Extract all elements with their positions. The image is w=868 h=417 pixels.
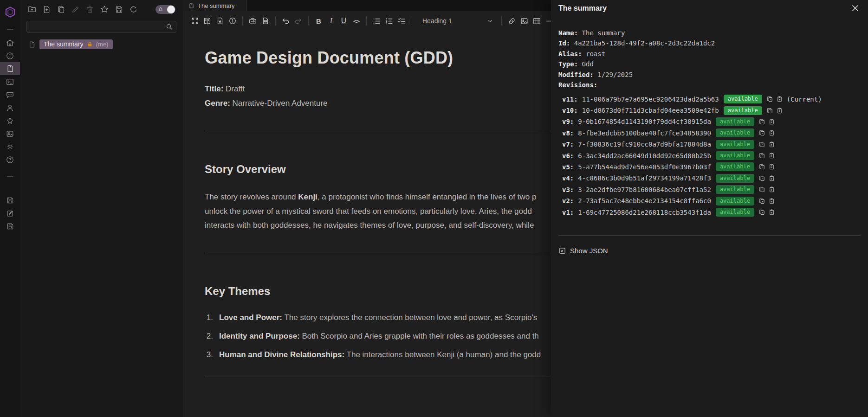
toolbar-separator [366, 16, 367, 26]
insert-table-button[interactable] [531, 15, 543, 27]
copy-hash-button[interactable] [766, 107, 773, 114]
tab-label: The summary [198, 2, 234, 9]
link-button[interactable] [505, 15, 518, 27]
sidebar-item-images[interactable] [0, 127, 20, 140]
revision-hash: 8-fbe3edcbb5100bae40fc7fce34858390 [578, 129, 711, 137]
tree-item-pill: The summary (me) [39, 39, 113, 49]
export-doc-button[interactable] [259, 15, 272, 27]
fullscreen-icon [191, 17, 199, 25]
status-badge: available [716, 197, 754, 205]
save-note-button[interactable] [115, 5, 123, 14]
restore-revision-button[interactable] [768, 152, 775, 159]
sidebar-item-save[interactable] [0, 194, 20, 207]
copy-hash-button[interactable] [758, 198, 765, 205]
copy-hash-button[interactable] [758, 175, 765, 182]
sidebar-item-notes[interactable] [0, 62, 20, 75]
restore-revision-button[interactable] [768, 129, 775, 136]
bold-button[interactable]: B [312, 15, 325, 27]
numbered-list-button[interactable] [383, 15, 395, 27]
italic-button[interactable]: I [325, 15, 337, 27]
panel-divider [558, 235, 861, 236]
code-button[interactable]: <> [350, 15, 363, 27]
search-icon[interactable] [166, 23, 173, 30]
meta-value: Narrative-Driven Adventure [230, 99, 328, 108]
check-list-button[interactable] [395, 15, 408, 27]
duplicate-button[interactable] [57, 5, 65, 14]
note-icon [188, 3, 194, 9]
sidebar-item-info[interactable] [0, 49, 20, 62]
copy-hash-button[interactable] [758, 186, 765, 193]
favorite-button[interactable] [100, 5, 109, 14]
undo-button[interactable] [279, 15, 292, 27]
note-info-button[interactable] [226, 15, 239, 27]
restore-revision-button[interactable] [768, 163, 775, 170]
sidebar-item-backup[interactable] [0, 220, 20, 233]
new-note-button[interactable] [42, 5, 51, 14]
sidebar-item-favorites[interactable] [0, 114, 20, 127]
rail-divider [7, 176, 13, 177]
rail-footer [0, 194, 20, 233]
numbered-list-icon [385, 17, 394, 26]
restore-revision-button[interactable] [776, 96, 783, 103]
sidebar-item-compose[interactable] [0, 207, 20, 220]
copy-hash-button[interactable] [758, 129, 765, 136]
underline-button[interactable]: U [337, 15, 350, 27]
new-folder-button[interactable] [27, 5, 37, 14]
link-icon [507, 17, 516, 26]
import-export-button[interactable] [246, 15, 259, 27]
restore-revision-button[interactable] [768, 118, 775, 125]
note-tree: The summary (me) [20, 39, 183, 49]
copy-hash-button[interactable] [758, 118, 765, 125]
close-panel-button[interactable] [851, 4, 860, 13]
revision-version: v6: [562, 152, 574, 160]
fullscreen-button[interactable] [188, 15, 201, 27]
copy-hash-button[interactable] [758, 152, 765, 159]
copy-hash-button[interactable] [758, 163, 765, 170]
restore-revision-button[interactable] [768, 175, 775, 182]
sidebar-item-settings[interactable] [0, 140, 20, 153]
sync-button[interactable] [129, 5, 138, 14]
restore-revision-button[interactable] [768, 141, 775, 148]
revision-hash: 10-d8673d0f711d3cbafd04eea3509e42fb [582, 107, 719, 114]
lock-toggle[interactable] [155, 5, 175, 14]
revision-hash: 2-73af5ac7e48ebbc4e2134154c8ffa6c0 [578, 197, 711, 205]
restore-revision-button[interactable] [776, 107, 783, 114]
bullet-list-icon [372, 17, 381, 26]
reading-mode-button[interactable] [201, 15, 214, 27]
chat-icon [6, 90, 14, 99]
copy-hash-button[interactable] [766, 96, 773, 103]
save-icon [115, 5, 123, 14]
search-wrap [26, 21, 176, 33]
revision-hash: 7-f30836c19fc910cc0a7d9bfa17884d8a [578, 141, 711, 148]
redo-button[interactable] [292, 15, 304, 27]
tree-item-the-summary[interactable]: The summary (me) [28, 39, 183, 49]
copy-hash-button[interactable] [758, 141, 765, 148]
restore-revision-button[interactable] [768, 198, 775, 205]
delete-button[interactable] [85, 5, 94, 14]
show-json-label: Show JSON [570, 247, 608, 255]
field-id: Id: 4a221ba5-128d-49f2-a08c-2d3c22da1dc2 [558, 38, 861, 48]
rename-button[interactable] [71, 5, 80, 14]
sidebar-item-chat[interactable] [0, 88, 20, 101]
search-input[interactable] [26, 21, 176, 33]
restore-revision-button[interactable] [768, 186, 775, 193]
new-note-icon [42, 5, 51, 14]
bullet-list-button[interactable] [370, 15, 383, 27]
revision-version: v4: [562, 174, 574, 182]
word-export-button[interactable] [214, 15, 226, 27]
copy-hash-button[interactable] [758, 209, 765, 216]
tab-the-summary[interactable]: The summary [183, 0, 247, 11]
insert-image-button[interactable] [518, 15, 531, 27]
sidebar-item-help[interactable] [0, 153, 20, 166]
restore-revision-button[interactable] [768, 209, 775, 216]
revisions-list: v11:11-006a79b7e7a695ec9206423dad2a5b63a… [558, 93, 861, 218]
sidebar-item-terminal[interactable] [0, 75, 20, 88]
revision-row: v8:8-fbe3edcbb5100bae40fc7fce34858390ava… [562, 128, 861, 139]
user-icon [6, 103, 14, 112]
show-json-button[interactable]: Show JSON [558, 247, 608, 255]
pencil-icon [71, 5, 80, 14]
heading-dropdown[interactable]: Heading 1 [416, 15, 498, 27]
sidebar-item-users[interactable] [0, 101, 20, 114]
app-logo-icon[interactable] [0, 0, 20, 24]
sidebar-item-home[interactable] [0, 36, 20, 49]
